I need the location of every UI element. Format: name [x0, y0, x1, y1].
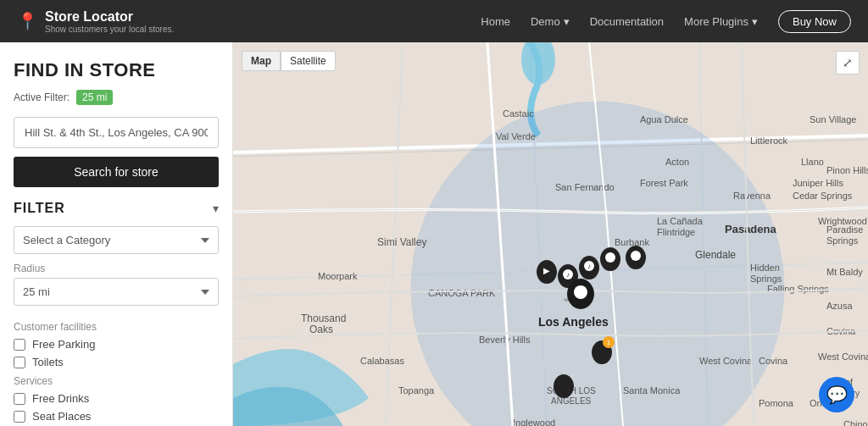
nav-home[interactable]: Home — [481, 15, 510, 28]
radius-label: Radius — [14, 263, 219, 274]
satellite-view-button[interactable]: Satellite — [281, 51, 336, 71]
seat-places-row: Seat Places — [14, 410, 219, 423]
fullscreen-button[interactable]: ⤢ — [836, 51, 860, 75]
svg-text:Cedar Springs: Cedar Springs — [793, 191, 853, 201]
svg-text:Pinon Hills: Pinon Hills — [826, 165, 868, 175]
svg-text:Mt Baldy: Mt Baldy — [826, 267, 863, 277]
svg-text:Burbank: Burbank — [615, 237, 649, 247]
svg-text:Forest Park: Forest Park — [640, 178, 688, 188]
nav-documentation[interactable]: Documentation — [590, 15, 664, 28]
brand-title: Store Locator — [45, 9, 174, 25]
svg-text:West Covina: West Covina — [699, 356, 753, 366]
buy-now-button[interactable]: Buy Now — [778, 10, 851, 33]
chat-icon: 💬 — [826, 385, 848, 405]
svg-text:CANOGA PARK: CANOGA PARK — [428, 288, 496, 298]
svg-text:Llano: Llano — [801, 157, 824, 167]
svg-text:Sun Village: Sun Village — [810, 114, 856, 124]
svg-point-63 — [605, 252, 615, 263]
svg-text:Oaks: Oaks — [309, 324, 333, 335]
map-view-button[interactable]: Map — [242, 51, 281, 71]
svg-text:♪: ♪ — [587, 263, 591, 270]
seat-places-label: Seat Places — [32, 410, 91, 423]
svg-text:Hidden: Hidden — [750, 263, 780, 273]
nav-links: Home Demo ▾ Documentation More Plugins ▾… — [481, 10, 851, 33]
svg-text:Agua Dulce: Agua Dulce — [640, 114, 688, 124]
svg-text:1: 1 — [607, 339, 611, 346]
svg-text:Calabasas: Calabasas — [360, 356, 404, 366]
main-container: FIND IN STORE Active Filter: 25 mi Searc… — [0, 42, 868, 426]
filter-toggle-icon[interactable]: ▾ — [213, 202, 219, 215]
filter-header: FILTER ▾ — [14, 201, 219, 216]
svg-text:Wrightwood: Wrightwood — [818, 216, 867, 226]
svg-text:▶: ▶ — [543, 266, 550, 275]
svg-text:Littlerock: Littlerock — [750, 136, 788, 146]
svg-text:West Covina: West Covina — [818, 351, 868, 362]
brand-subtitle: Show customers your local stores. — [45, 25, 174, 34]
svg-text:Los Angeles: Los Angeles — [538, 315, 609, 329]
active-filter-badge: 25 mi — [76, 90, 113, 105]
chevron-down-icon: ▾ — [564, 15, 570, 28]
toilets-label: Toilets — [32, 356, 64, 368]
svg-text:Moorpark: Moorpark — [318, 271, 358, 281]
svg-text:ANGELES: ANGELES — [551, 396, 592, 406]
svg-text:Topanga: Topanga — [398, 385, 435, 396]
map-svg[interactable]: Agua Dulce Val Verde Acton Littlerock Su… — [233, 42, 868, 426]
chevron-down-icon: ▾ — [752, 15, 758, 28]
sidebar: FIND IN STORE Active Filter: 25 mi Searc… — [0, 42, 233, 426]
svg-text:Springs: Springs — [826, 235, 859, 246]
toilets-checkbox[interactable] — [14, 357, 25, 368]
svg-point-65 — [574, 285, 587, 299]
free-parking-checkbox[interactable] — [14, 339, 25, 351]
svg-text:Azusa: Azusa — [826, 301, 853, 311]
free-parking-row: Free Parking — [14, 338, 219, 351]
svg-text:La Cañada: La Cañada — [657, 216, 704, 226]
filter-title: FILTER — [14, 201, 65, 216]
svg-text:Thousand: Thousand — [301, 313, 346, 324]
page-title: FIND IN STORE — [14, 59, 219, 81]
free-drinks-checkbox[interactable] — [14, 393, 25, 405]
services-label: Services — [14, 375, 219, 387]
free-drinks-label: Free Drinks — [32, 392, 89, 405]
svg-text:Beverly Hills: Beverly Hills — [479, 335, 531, 345]
svg-text:Inglewood: Inglewood — [513, 418, 555, 426]
svg-text:Castaic: Castaic — [503, 108, 534, 119]
svg-text:Flintridge: Flintridge — [657, 227, 695, 237]
svg-text:Springs: Springs — [750, 274, 782, 284]
radius-select[interactable]: 25 mi — [14, 278, 219, 306]
brand-text: Store Locator Show customers your local … — [45, 9, 174, 34]
svg-text:Juniper Hills: Juniper Hills — [793, 178, 843, 188]
active-filter-row: Active Filter: 25 mi — [14, 90, 219, 105]
search-store-button[interactable]: Search for store — [14, 157, 219, 187]
nav-more-plugins[interactable]: More Plugins ▾ — [684, 15, 758, 28]
svg-text:Glendale: Glendale — [695, 249, 736, 261]
svg-text:Ravenna: Ravenna — [733, 191, 771, 201]
navbar: 📍 Store Locator Show customers your loca… — [0, 0, 868, 42]
svg-text:Covina: Covina — [759, 356, 788, 366]
map-container: Map Satellite ⤢ — [233, 42, 868, 426]
seat-places-checkbox[interactable] — [14, 411, 25, 423]
free-drinks-row: Free Drinks — [14, 392, 219, 405]
svg-text:Pasadena: Pasadena — [725, 223, 776, 235]
svg-text:San Fernando: San Fernando — [555, 182, 615, 192]
svg-text:...: ... — [801, 419, 809, 426]
svg-text:Simi Valley: Simi Valley — [377, 236, 426, 248]
svg-text:♪: ♪ — [566, 271, 570, 279]
address-input[interactable] — [14, 117, 219, 148]
toilets-row: Toilets — [14, 356, 219, 368]
free-parking-label: Free Parking — [32, 338, 95, 351]
svg-point-64 — [631, 251, 641, 261]
brand-logo: 📍 Store Locator Show customers your loca… — [17, 9, 174, 34]
map-controls: Map Satellite — [242, 51, 336, 71]
svg-text:Santa Monica: Santa Monica — [623, 385, 681, 396]
category-select[interactable]: Select a Category — [14, 226, 219, 254]
svg-text:Pomona: Pomona — [759, 398, 794, 408]
svg-text:Val Verde: Val Verde — [496, 131, 536, 141]
nav-demo[interactable]: Demo ▾ — [531, 15, 570, 28]
svg-text:Acton: Acton — [665, 157, 689, 167]
active-filter-label: Active Filter: — [14, 91, 70, 103]
chat-bubble[interactable]: 💬 — [819, 377, 854, 412]
facilities-label: Customer facilities — [14, 321, 219, 333]
location-icon: 📍 — [17, 11, 38, 31]
fullscreen-icon: ⤢ — [843, 56, 853, 69]
svg-text:Chino: Chino — [843, 419, 868, 426]
